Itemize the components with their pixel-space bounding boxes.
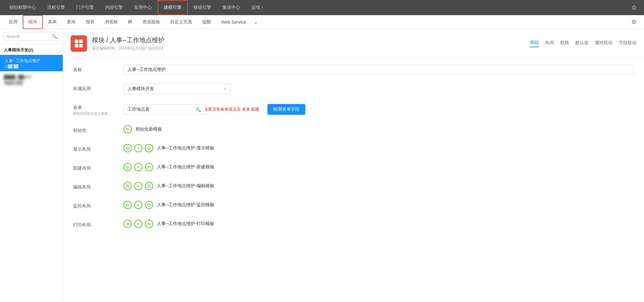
top-nav-item-integration[interactable]: 集成中心 xyxy=(217,0,246,15)
copy-icon: ⧉ xyxy=(126,202,129,208)
new-add-icon-btn[interactable]: + xyxy=(134,163,142,171)
table-control: 🔍 如果没有表单请点击 表单 新建 检测表单字段 xyxy=(124,104,634,115)
display-copy-icon-btn[interactable]: ⧉ xyxy=(124,144,132,152)
monitor-copy-icon-btn[interactable]: ⧉ xyxy=(124,201,132,209)
tab-basic[interactable]: 基础 xyxy=(530,40,539,47)
second-nav-item-resource[interactable]: 资源面板 xyxy=(137,15,165,29)
monitor-edit-icon-btn[interactable]: ⊟ xyxy=(145,201,153,209)
tab-field-link[interactable]: 字段联动 xyxy=(619,40,636,47)
monitor-layout-control: ⧉ + ⊟ 人事--工作地点维护-监控模板 xyxy=(124,201,634,209)
second-nav-expand-icon[interactable]: ⌄ xyxy=(251,19,260,25)
second-nav-item-webservice[interactable]: Web Service xyxy=(216,15,251,29)
init-icons: ↻ xyxy=(124,125,132,133)
print-add-icon-btn[interactable]: + xyxy=(134,220,142,228)
edit-layout-text: 人事--工作地点维护-编辑模板 xyxy=(157,183,214,189)
top-nav-item-portal[interactable]: 门户引擎 xyxy=(71,0,100,15)
hint-middle: 表单 xyxy=(242,107,250,112)
edit-copy-icon-btn[interactable]: ⧉ xyxy=(124,182,132,190)
top-nav-item-model[interactable]: 建模引擎 xyxy=(158,0,188,15)
add-icon: + xyxy=(137,146,140,151)
tab-permission[interactable]: 权限 xyxy=(560,40,569,47)
print-layout-label: 打印布局 xyxy=(73,220,124,228)
second-nav-item-browser[interactable]: 浏览框 xyxy=(100,15,123,29)
form-row-app: 所属应用 人事模块开发 ∨ xyxy=(73,84,634,95)
form-row-display-layout: 显示布局 ⧉ + ⊟ 人事--工作地点维护-显示模板 xyxy=(73,142,634,154)
second-nav: 应用 模块 表单 查询 报表 浏览框 树 资源面板 自定义页面 提醒 Web S… xyxy=(0,15,644,29)
new-table-link[interactable]: 新建 xyxy=(251,107,259,112)
edit-layout-label: 编辑布局 xyxy=(73,182,124,190)
top-nav-item-org[interactable]: 组织权限中心 xyxy=(4,0,42,15)
top-nav: 组织权限中心 流程引擎 门户引擎 内容引擎 应用中心 建模引擎 移动引擎 集成中… xyxy=(0,0,644,15)
name-label: 名称 xyxy=(73,65,124,73)
second-nav-item-custom[interactable]: 自定义页面 xyxy=(165,15,197,29)
second-nav-item-query[interactable]: 查询 xyxy=(62,15,81,29)
tab-layout[interactable]: 布局 xyxy=(545,40,554,47)
top-nav-item-app[interactable]: 应用中心 xyxy=(129,0,158,15)
chevron-down-icon: ∨ xyxy=(224,87,227,91)
second-nav-item-report[interactable]: 报表 xyxy=(81,15,100,29)
top-nav-item-workflow[interactable]: 流程引擎 xyxy=(42,0,71,15)
app-label: 所属应用 xyxy=(73,84,124,92)
init-refresh-icon-btn[interactable]: ↻ xyxy=(124,125,132,133)
edit-add-icon-btn[interactable]: + xyxy=(134,182,142,190)
search-button[interactable]: 🔍 xyxy=(52,34,57,39)
sidebar-item-label: 人事--工作地点维护 xyxy=(5,58,59,64)
second-nav-item-tree[interactable]: 树 xyxy=(123,15,137,29)
form-row-init: 初始化 ↻ 初始化新模板 xyxy=(73,124,634,135)
module-icon xyxy=(71,35,87,52)
name-input[interactable] xyxy=(124,65,634,75)
second-nav-item-app[interactable]: 应用 xyxy=(4,15,23,29)
display-layout-control: ⧉ + ⊟ 人事--工作地点维护-显示模板 xyxy=(124,144,634,152)
svg-rect-1 xyxy=(79,40,83,43)
svg-rect-0 xyxy=(75,40,78,43)
init-text: 初始化新模板 xyxy=(135,126,162,132)
search-input[interactable] xyxy=(4,32,59,41)
new-edit-icon-btn[interactable]: ⊟ xyxy=(145,163,153,171)
svg-rect-2 xyxy=(75,44,78,47)
display-edit-icon-btn[interactable]: ⊟ xyxy=(145,144,153,152)
display-add-icon-btn[interactable]: + xyxy=(134,144,142,152)
table-search-input[interactable] xyxy=(124,104,205,114)
tab-attr-link[interactable]: 属性联动 xyxy=(595,40,612,47)
second-nav-item-module[interactable]: 模块 xyxy=(23,15,43,29)
tab-default[interactable]: 默认值 xyxy=(575,40,589,47)
page-title-area: 模块 / 人事--工作地点维护 最后编辑时间：2019年11月19日 16点01… xyxy=(92,36,530,51)
new-layout-control: ⧉ + ⊟ 人事--工作地点维护-新建模板 xyxy=(124,163,634,171)
sidebar-item-sub: u ██ ██ xyxy=(5,64,59,68)
add-icon: + xyxy=(137,202,140,207)
detect-fields-button[interactable]: 检测表单字段 xyxy=(267,104,305,115)
display-layout-label: 显示布局 xyxy=(73,144,124,152)
add-icon: + xyxy=(137,221,140,226)
add-icon: + xyxy=(137,165,140,170)
second-nav-item-reminder[interactable]: 提醒 xyxy=(197,15,216,29)
new-layout-text: 人事--工作地点维护-新建模板 xyxy=(157,164,214,170)
sidebar-item-work-location[interactable]: 人事--工作地点维护 u ██ ██ xyxy=(0,55,63,71)
app-select[interactable]: 人事模块开发 ∨ xyxy=(124,84,231,94)
print-copy-icon-btn[interactable]: ⧉ xyxy=(124,220,132,228)
form-row-table: 表单 模块对应的自定义表单。 🔍 如果没有表单请点击 表单 新建 xyxy=(73,102,634,116)
print-layout-text: 人事--工作地点维护-打印模板 xyxy=(157,221,214,227)
gear-icon[interactable]: ⚙ xyxy=(628,19,640,26)
new-copy-icon-btn[interactable]: ⧉ xyxy=(124,163,132,171)
edit-layout-control: ⧉ + ⊟ 人事--工作地点维护-编辑模板 xyxy=(124,182,634,190)
main-layout: 🔍 人事模块开发(2) 人事--工作地点维护 u ██ ██ ████--██维… xyxy=(0,29,644,302)
print-edit-icon-btn[interactable]: ⊟ xyxy=(145,220,153,228)
display-layout-text: 人事--工作地点维护-显示模板 xyxy=(157,145,214,151)
print-layout-control: ⧉ + ⊟ 人事--工作地点维护-打印模板 xyxy=(124,220,634,228)
table-search-icon[interactable]: 🔍 xyxy=(195,107,201,112)
sidebar-item-2[interactable]: ████--██维护 f████ ███ xyxy=(0,71,63,88)
edit-edit-icon-btn[interactable]: ⊟ xyxy=(145,182,153,190)
app-control: 人事模块开发 ∨ xyxy=(124,84,634,94)
second-nav-item-form[interactable]: 表单 xyxy=(43,15,62,29)
edit-icon: ⊟ xyxy=(147,165,151,170)
sidebar-item-2-sub: f████ ███ xyxy=(4,81,59,84)
top-nav-item-mobile[interactable]: 移动引擎 xyxy=(188,0,217,15)
top-nav-item-content[interactable]: 内容引擎 xyxy=(100,0,129,15)
monitor-add-icon-btn[interactable]: + xyxy=(134,201,142,209)
monitor-layout-label: 监控布局 xyxy=(73,201,124,209)
top-nav-item-ops[interactable]: 运维 › xyxy=(246,0,269,15)
content-area: 模块 / 人事--工作地点维护 最后编辑时间：2019年11月19日 16点01… xyxy=(63,29,644,302)
page-title: 模块 / 人事--工作地点维护 xyxy=(92,36,530,44)
more-icon[interactable]: ⊙ xyxy=(628,4,640,11)
form-row-monitor-layout: 监控布局 ⧉ + ⊟ 人事--工作地点维护-监控模板 xyxy=(73,199,634,211)
